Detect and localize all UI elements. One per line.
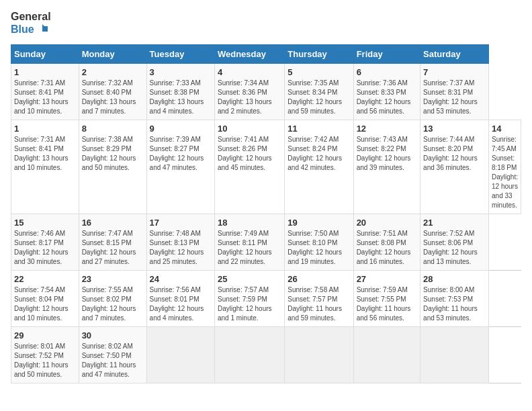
day-info: Sunrise: 8:00 AMSunset: 7:53 PMDaylight:…: [423, 285, 486, 323]
logo-general: General: [11, 11, 51, 23]
logo: General Blue: [11, 11, 51, 36]
day-info: Sunrise: 7:44 AMSunset: 8:20 PMDaylight:…: [423, 135, 486, 173]
day-info: Sunrise: 8:01 AMSunset: 7:52 PMDaylight:…: [14, 342, 76, 379]
page-header: General Blue: [11, 11, 521, 36]
calendar-cell-5: 5Sunrise: 7:35 AMSunset: 8:34 PMDaylight…: [285, 63, 353, 120]
calendar-cell-29: 29Sunrise: 8:01 AMSunset: 7:52 PMDayligh…: [11, 326, 79, 383]
calendar-cell-10: 10Sunrise: 7:41 AMSunset: 8:26 PMDayligh…: [214, 120, 284, 214]
day-header-friday: Friday: [353, 44, 420, 63]
day-info: Sunrise: 7:33 AMSunset: 8:38 PMDaylight:…: [150, 79, 212, 116]
day-info: Sunrise: 7:31 AMSunset: 8:41 PMDaylight:…: [14, 135, 76, 173]
day-number: 10: [218, 124, 281, 134]
day-number: 2: [82, 67, 144, 77]
calendar-cell-7: 7Sunrise: 7:37 AMSunset: 8:31 PMDaylight…: [420, 63, 489, 120]
day-info: Sunrise: 7:59 AMSunset: 7:55 PMDaylight:…: [357, 285, 417, 323]
calendar-row-week1: 1Sunrise: 7:31 AMSunset: 8:41 PMDaylight…: [11, 63, 521, 120]
day-number: 13: [423, 124, 486, 134]
calendar-cell-empty: [146, 326, 214, 383]
day-info: Sunrise: 7:55 AMSunset: 8:02 PMDaylight:…: [82, 285, 144, 323]
calendar-header-row: SundayMondayTuesdayWednesdayThursdayFrid…: [11, 44, 521, 63]
day-number: 21: [423, 218, 486, 228]
day-info: Sunrise: 7:54 AMSunset: 8:04 PMDaylight:…: [14, 285, 76, 323]
day-info: Sunrise: 7:35 AMSunset: 8:34 PMDaylight:…: [287, 79, 350, 116]
day-number: 4: [218, 67, 281, 77]
calendar-row-week4: 22Sunrise: 7:54 AMSunset: 8:04 PMDayligh…: [11, 270, 521, 326]
calendar-cell-16: 16Sunrise: 7:47 AMSunset: 8:15 PMDayligh…: [79, 214, 146, 270]
calendar-cell-23: 23Sunrise: 7:55 AMSunset: 8:02 PMDayligh…: [79, 270, 146, 326]
day-info: Sunrise: 7:51 AMSunset: 8:08 PMDaylight:…: [357, 229, 417, 267]
calendar-row-week3: 15Sunrise: 7:46 AMSunset: 8:17 PMDayligh…: [11, 214, 521, 270]
calendar-cell-empty: [214, 326, 284, 383]
calendar-cell-17: 17Sunrise: 7:48 AMSunset: 8:13 PMDayligh…: [146, 214, 214, 270]
day-header-saturday: Saturday: [420, 44, 489, 63]
day-info: Sunrise: 7:57 AMSunset: 7:59 PMDaylight:…: [218, 285, 281, 323]
day-info: Sunrise: 7:47 AMSunset: 8:15 PMDaylight:…: [82, 229, 144, 267]
day-info: Sunrise: 7:46 AMSunset: 8:17 PMDaylight:…: [14, 229, 76, 267]
calendar-row-week2: 1Sunrise: 7:31 AMSunset: 8:41 PMDaylight…: [11, 120, 521, 214]
day-number: 23: [82, 274, 144, 284]
calendar-cell-13: 13Sunrise: 7:44 AMSunset: 8:20 PMDayligh…: [420, 120, 489, 214]
calendar-cell-2: 2Sunrise: 7:32 AMSunset: 8:40 PMDaylight…: [79, 63, 146, 120]
calendar-cell-9: 9Sunrise: 7:39 AMSunset: 8:27 PMDaylight…: [146, 120, 214, 214]
day-number: 1: [14, 67, 76, 77]
calendar-table: SundayMondayTuesdayWednesdayThursdayFrid…: [11, 44, 521, 383]
calendar-cell-8: 8Sunrise: 7:38 AMSunset: 8:29 PMDaylight…: [79, 120, 146, 214]
calendar-cell-empty: [420, 326, 489, 383]
day-number: 1: [14, 124, 76, 134]
day-info: Sunrise: 7:42 AMSunset: 8:24 PMDaylight:…: [287, 135, 350, 173]
calendar-cell-21: 21Sunrise: 7:52 AMSunset: 8:06 PMDayligh…: [420, 214, 489, 270]
calendar-cell-30: 30Sunrise: 8:02 AMSunset: 7:50 PMDayligh…: [79, 326, 146, 383]
day-info: Sunrise: 7:31 AMSunset: 8:41 PMDaylight:…: [14, 79, 76, 116]
day-info: Sunrise: 7:38 AMSunset: 8:29 PMDaylight:…: [82, 135, 144, 173]
day-header-tuesday: Tuesday: [146, 44, 214, 63]
day-info: Sunrise: 7:36 AMSunset: 8:33 PMDaylight:…: [357, 79, 417, 116]
calendar-cell-22: 22Sunrise: 7:54 AMSunset: 8:04 PMDayligh…: [11, 270, 79, 326]
day-info: Sunrise: 7:56 AMSunset: 8:01 PMDaylight:…: [150, 285, 212, 323]
day-number: 3: [150, 67, 212, 77]
day-number: 30: [82, 330, 144, 340]
calendar-cell-4: 4Sunrise: 7:34 AMSunset: 8:36 PMDaylight…: [214, 63, 284, 120]
day-info: Sunrise: 7:48 AMSunset: 8:13 PMDaylight:…: [150, 229, 212, 267]
calendar-cell-20: 20Sunrise: 7:51 AMSunset: 8:08 PMDayligh…: [353, 214, 420, 270]
day-info: Sunrise: 7:34 AMSunset: 8:36 PMDaylight:…: [218, 79, 281, 116]
svg-rect-1: [42, 26, 48, 32]
calendar-cell-19: 19Sunrise: 7:50 AMSunset: 8:10 PMDayligh…: [285, 214, 353, 270]
day-header-thursday: Thursday: [285, 44, 353, 63]
calendar-row-week5: 29Sunrise: 8:01 AMSunset: 7:52 PMDayligh…: [11, 326, 521, 383]
calendar-cell-empty: [285, 326, 353, 383]
day-number: 9: [150, 124, 212, 134]
day-info: Sunrise: 7:43 AMSunset: 8:22 PMDaylight:…: [357, 135, 417, 173]
day-number: 14: [492, 124, 518, 134]
day-number: 5: [287, 67, 350, 77]
day-header-wednesday: Wednesday: [214, 44, 284, 63]
calendar-cell-empty: [353, 326, 420, 383]
day-number: 12: [357, 124, 417, 134]
logo-icon: [36, 23, 49, 36]
day-number: 7: [423, 67, 486, 77]
day-info: Sunrise: 7:39 AMSunset: 8:27 PMDaylight:…: [150, 135, 212, 173]
day-number: 20: [357, 218, 417, 228]
day-number: 22: [14, 274, 76, 284]
day-info: Sunrise: 7:52 AMSunset: 8:06 PMDaylight:…: [423, 229, 486, 267]
day-number: 11: [287, 124, 350, 134]
day-info: Sunrise: 7:49 AMSunset: 8:11 PMDaylight:…: [218, 229, 281, 267]
day-number: 27: [357, 274, 417, 284]
day-number: 25: [218, 274, 281, 284]
calendar-cell-3: 3Sunrise: 7:33 AMSunset: 8:38 PMDaylight…: [146, 63, 214, 120]
calendar-cell-6: 6Sunrise: 7:36 AMSunset: 8:33 PMDaylight…: [353, 63, 420, 120]
calendar-cell-25: 25Sunrise: 7:57 AMSunset: 7:59 PMDayligh…: [214, 270, 284, 326]
day-number: 18: [218, 218, 281, 228]
logo-blue: Blue: [11, 24, 34, 36]
logo-text: General Blue: [11, 11, 51, 36]
day-info: Sunrise: 7:32 AMSunset: 8:40 PMDaylight:…: [82, 79, 144, 116]
day-number: 16: [82, 218, 144, 228]
calendar-cell-14: 14Sunrise: 7:45 AMSunset: 8:18 PMDayligh…: [489, 120, 521, 214]
calendar-cell-24: 24Sunrise: 7:56 AMSunset: 8:01 PMDayligh…: [146, 270, 214, 326]
day-info: Sunrise: 7:50 AMSunset: 8:10 PMDaylight:…: [287, 229, 350, 267]
day-number: 6: [357, 67, 417, 77]
day-info: Sunrise: 7:58 AMSunset: 7:57 PMDaylight:…: [287, 285, 350, 323]
day-number: 8: [82, 124, 144, 134]
calendar-cell-1: 1Sunrise: 7:31 AMSunset: 8:41 PMDaylight…: [11, 120, 79, 214]
day-info: Sunrise: 7:45 AMSunset: 8:18 PMDaylight:…: [492, 135, 518, 210]
calendar-cell-27: 27Sunrise: 7:59 AMSunset: 7:55 PMDayligh…: [353, 270, 420, 326]
